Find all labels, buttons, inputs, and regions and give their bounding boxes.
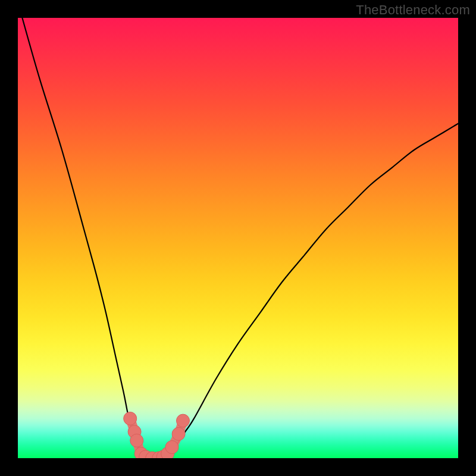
- marker-dot: [124, 412, 137, 425]
- bottleneck-curve: [22, 18, 458, 458]
- marker-dot: [165, 441, 178, 454]
- marker-dot: [177, 414, 190, 427]
- chart-svg: [18, 18, 458, 458]
- watermark-text: TheBottleneck.com: [356, 2, 470, 18]
- marker-dot: [172, 427, 185, 440]
- marker-dot: [130, 434, 143, 447]
- plot-area: [18, 18, 458, 458]
- chart-frame: TheBottleneck.com: [0, 0, 476, 476]
